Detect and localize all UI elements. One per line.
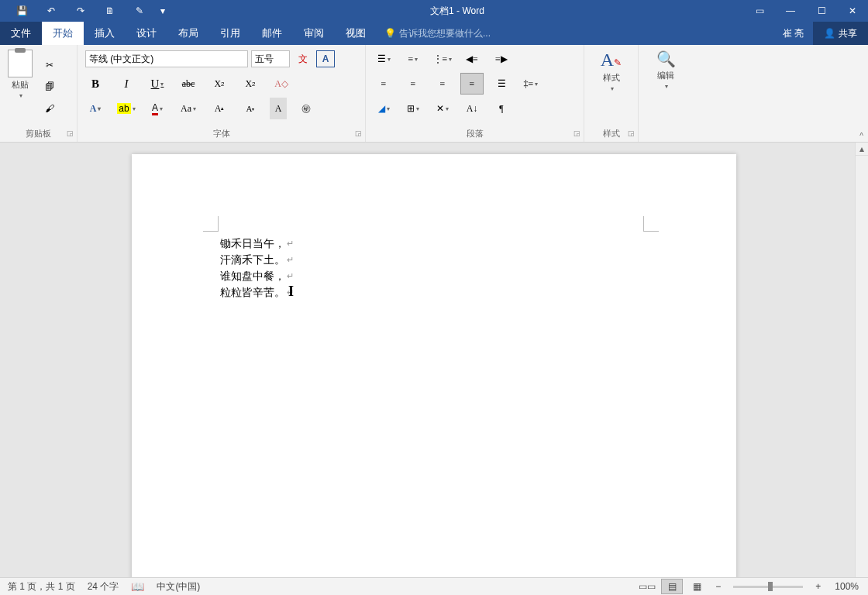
ribbon-options-button[interactable]: ▭ [744, 0, 775, 22]
phonetic-guide-button[interactable]: 文 [291, 48, 315, 70]
document-body[interactable]: 锄禾日当午，↵ 汗滴禾下土。↵ 谁知盘中餐，↵ 粒粒皆辛苦。↵ I [220, 236, 294, 301]
close-button[interactable]: ✕ [837, 0, 868, 22]
scroll-up-button[interactable]: ▴ [856, 143, 868, 156]
redo-icon: ↷ [77, 5, 84, 16]
user-name[interactable]: 崔 亮 [773, 27, 813, 40]
page-container[interactable]: 锄禾日当午，↵ 汗滴禾下土。↵ 谁知盘中餐，↵ 粒粒皆辛苦。↵ I [0, 143, 868, 577]
paste-button[interactable]: 粘贴 ▾ [3, 48, 37, 101]
underline-button[interactable]: U▾ [146, 73, 169, 95]
borders-button[interactable]: ⊞▾ [401, 98, 425, 119]
zoom-slider[interactable] [733, 586, 803, 588]
font-name-select[interactable] [85, 50, 248, 67]
sort-button[interactable]: A↓ [460, 98, 484, 119]
bullets-button[interactable]: ☰▾ [372, 48, 395, 70]
superscript-button[interactable]: X2 [239, 73, 262, 95]
text-line[interactable]: 汗滴禾下土。↵ [220, 252, 294, 268]
proofing-button[interactable]: 📖 [131, 580, 144, 593]
margin-marker-tr [643, 216, 659, 232]
language-button[interactable]: 中文(中国) [157, 580, 200, 593]
text-line[interactable]: 锄禾日当午，↵ [220, 236, 294, 252]
new-doc-button[interactable]: 🗎 [96, 0, 124, 22]
zoom-in-button[interactable]: + [811, 581, 825, 592]
font-launcher[interactable]: ◲ [355, 129, 362, 137]
paragraph-launcher[interactable]: ◲ [574, 129, 580, 137]
group-font: 文 A B I U▾ abc X2 X2 A◇ A▾ ab▾ A▾ Aa▾ A▴… [78, 45, 366, 142]
align-center-button[interactable]: ≡ [401, 73, 425, 95]
text-line[interactable]: 粒粒皆辛苦。↵ [220, 284, 294, 301]
shading-button[interactable]: ◢▾ [372, 98, 395, 119]
highlight-button[interactable]: ab▾ [115, 98, 138, 119]
chevron-down-icon: ▾ [665, 83, 668, 90]
qat-more-button[interactable]: ▾ [155, 0, 170, 22]
tab-design[interactable]: 设计 [126, 22, 167, 45]
maximize-button[interactable]: ☐ [806, 0, 837, 22]
multilevel-button[interactable]: ⋮≡▾ [431, 48, 454, 70]
group-editing: 🔍 编辑 ▾ [639, 45, 693, 142]
vertical-scrollbar[interactable]: ▴ [855, 143, 868, 577]
clipboard-icon [8, 50, 33, 77]
zoom-out-button[interactable]: − [711, 581, 725, 592]
touch-mode-button[interactable]: ✎ [126, 0, 153, 22]
font-size-select[interactable] [251, 50, 290, 67]
tab-insert[interactable]: 插入 [84, 22, 126, 45]
tab-view[interactable]: 视图 [335, 22, 377, 45]
distributed-button[interactable]: ☰ [490, 73, 513, 95]
char-shading-button[interactable]: A [270, 98, 287, 119]
increase-indent-button[interactable]: ≡▶ [490, 48, 513, 70]
redo-button[interactable]: ↷ [67, 0, 95, 22]
strikethrough-button[interactable]: abc [177, 73, 200, 95]
tab-references[interactable]: 引用 [209, 22, 251, 45]
minimize-button[interactable]: — [775, 0, 806, 22]
undo-button[interactable]: ↶ [37, 0, 65, 22]
show-marks-button[interactable]: ¶ [490, 98, 513, 119]
tab-review[interactable]: 审阅 [293, 22, 335, 45]
scissors-icon: ✂ [46, 60, 53, 71]
align-left-button[interactable]: ≡ [372, 73, 395, 95]
save-button[interactable]: 💾 [8, 0, 36, 22]
text-effects-button[interactable]: A▾ [84, 98, 107, 119]
styles-launcher[interactable]: ◲ [628, 129, 635, 137]
change-case-button[interactable]: Aa▾ [177, 98, 200, 119]
tab-layout[interactable]: 布局 [167, 22, 209, 45]
grow-font-button[interactable]: A▴ [208, 98, 231, 119]
line-spacing-button[interactable]: ‡≡▾ [519, 73, 542, 95]
clipboard-launcher[interactable]: ◲ [67, 129, 74, 137]
subscript-button[interactable]: X2 [208, 73, 231, 95]
read-mode-button[interactable]: ▭▭ [636, 579, 658, 594]
align-right-button[interactable]: ≡ [431, 73, 454, 95]
decrease-indent-button[interactable]: ◀≡ [460, 48, 484, 70]
zoom-level[interactable]: 100% [835, 581, 859, 592]
justify-button[interactable]: ≡ [460, 73, 484, 95]
print-layout-button[interactable]: ▤ [661, 579, 683, 594]
tab-mailings[interactable]: 邮件 [251, 22, 293, 45]
editing-button[interactable]: 🔍 编辑 ▾ [652, 48, 680, 91]
tab-file[interactable]: 文件 [0, 22, 42, 45]
tab-home[interactable]: 开始 [42, 22, 84, 45]
zoom-thumb[interactable] [768, 582, 773, 591]
italic-button[interactable]: I [115, 73, 138, 95]
web-layout-button[interactable]: ▦ [686, 579, 708, 594]
tell-me-placeholder: 告诉我您想要做什么... [399, 27, 491, 40]
format-painter-button[interactable]: 🖌 [39, 98, 60, 119]
page[interactable]: 锄禾日当午，↵ 汗滴禾下土。↵ 谁知盘中餐，↵ 粒粒皆辛苦。↵ I [132, 154, 736, 577]
char-border-button[interactable]: A [316, 50, 335, 67]
page-count[interactable]: 第 1 页，共 1 页 [8, 580, 75, 593]
cut-button[interactable]: ✂ [39, 55, 60, 75]
chevron-down-icon: ▾ [19, 92, 22, 99]
styles-button[interactable]: A✎ 样式 ▾ [596, 48, 626, 94]
bold-button[interactable]: B [84, 73, 107, 95]
copy-button[interactable]: 🗐 [39, 77, 60, 97]
word-count[interactable]: 24 个字 [88, 580, 119, 593]
editing-label: 编辑 [657, 70, 674, 81]
clear-format-button[interactable]: A◇ [270, 73, 293, 95]
numbering-button[interactable]: ≡▾ [401, 48, 425, 70]
font-color-button[interactable]: A▾ [146, 98, 169, 119]
enclose-char-button[interactable]: ㊙ [294, 98, 318, 119]
paragraph-mark-icon: ↵ [287, 268, 294, 284]
share-button[interactable]: 👤 共享 [813, 22, 868, 45]
char-scale-button[interactable]: ✕▾ [431, 98, 454, 119]
shrink-font-button[interactable]: A▾ [239, 98, 262, 119]
collapse-ribbon-button[interactable]: ^ [859, 132, 863, 140]
text-line[interactable]: 谁知盘中餐，↵ [220, 268, 294, 284]
tell-me-search[interactable]: 💡 告诉我您想要做什么... [377, 27, 498, 40]
